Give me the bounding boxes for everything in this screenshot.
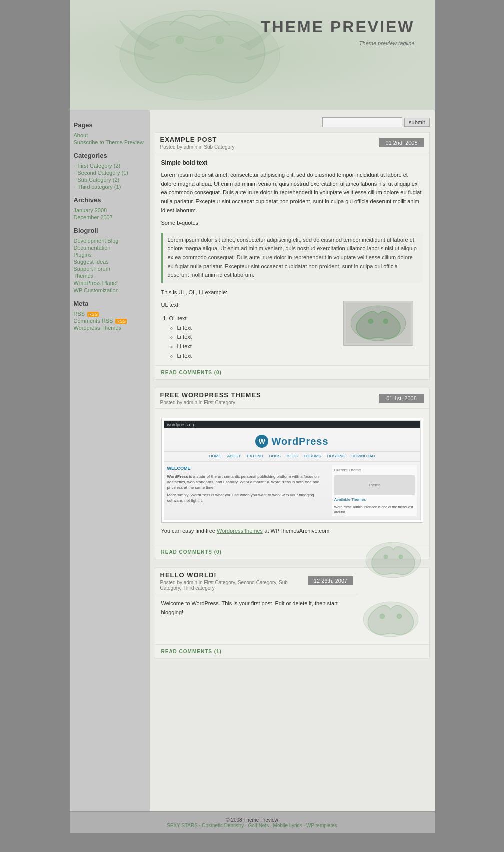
footer-link-golf[interactable]: Golf Nets	[248, 823, 269, 828]
sidebar-item-about[interactable]: About	[74, 132, 146, 139]
footer: © 2008 Theme Preview SEXY STARS · Cosmet…	[70, 811, 435, 833]
footer-link-wp-templates[interactable]: WP templates	[306, 823, 337, 828]
wp-more-text: More simply, WordPress is what you use w…	[167, 492, 328, 503]
svg-point-9	[399, 555, 403, 559]
post-example-blockquote: Lorem ipsum dolor sit amet, consectetur …	[161, 233, 423, 283]
ul-label: UL text	[161, 301, 328, 310]
sidebar-item-sub-category[interactable]: Sub Category (2)	[74, 176, 146, 183]
post-free-wp-title: FREE WORDPRESS THEMES	[160, 391, 261, 399]
sidebar-item-suggest-ideas[interactable]: Suggest Ideas	[74, 258, 146, 265]
post-example-title: EXAMPLE POST	[160, 136, 235, 143]
wp-nav-forums: FORUMS	[304, 453, 321, 460]
sidebar: Pages About Subscribe to Theme Preview C…	[70, 110, 150, 811]
wp-top-bar: wordpress.org	[164, 421, 420, 428]
wp-admin-text: WordPress' admin interface is one of the…	[334, 505, 415, 515]
post-example-bquotes-label: Some b-quotes:	[161, 219, 423, 228]
wp-nav-about: ABOUT	[227, 453, 241, 460]
post-free-wp-title-area: FREE WORDPRESS THEMES Posted by admin in…	[160, 391, 261, 405]
sidebar-item-rss[interactable]: RSS RSS	[74, 310, 146, 317]
search-button[interactable]: submit	[404, 118, 429, 127]
wp-welcome-heading: WELCOME	[167, 465, 328, 472]
search-input[interactable]	[322, 117, 402, 127]
post-free-wp-meta: Posted by admin in First Category	[160, 400, 261, 405]
main-content: submit EXAMPLE POST Posted by admin in S…	[150, 110, 435, 811]
sidebar-item-devblog[interactable]: Development Blog	[74, 237, 146, 244]
sidebar-item-plugins[interactable]: Plugins	[74, 251, 146, 258]
wp-nav-hosting: HOSTING	[327, 453, 345, 460]
post-example-date: 01 2nd, 2008	[379, 138, 424, 147]
post-free-wp-body: wordpress.org W WordPress HOME ABOUT EXT…	[155, 409, 429, 545]
wp-theme-preview: Theme	[334, 475, 415, 495]
post-example-para1: Lorem ipsum dolor sit amet, consectetur …	[161, 171, 423, 215]
list-item: OL text	[169, 314, 328, 323]
sidebar-item-second-category[interactable]: Second Category (1)	[74, 169, 146, 176]
wp-side-col: Current Theme Theme Available Themes Wor…	[332, 465, 417, 517]
sidebar-pages-title: Pages	[74, 121, 146, 129]
post-hello-world: HELLO WORLD! Posted by admin in First Ca…	[155, 567, 430, 659]
post-example-meta: Posted by admin in Sub Category	[160, 144, 235, 150]
sidebar-item-wp-planet[interactable]: WordPress Planet	[74, 279, 146, 287]
footer-link-cosmetic[interactable]: Cosmetic Dentistry	[202, 823, 244, 828]
post-example-read-comments[interactable]: READ COMMENTS (0)	[155, 365, 429, 379]
post-free-wp: FREE WORDPRESS THEMES Posted by admin in…	[155, 388, 430, 559]
post-example-lists: UL text OL text Li text Li text Li text …	[161, 301, 423, 360]
search-bar: submit	[155, 114, 430, 132]
list-item: Li text	[177, 323, 328, 333]
post-example: EXAMPLE POST Posted by admin in Sub Cate…	[155, 132, 430, 380]
wp-logo-text: WordPress	[271, 433, 328, 449]
sidebar-item-jan2008[interactable]: January 2008	[74, 207, 146, 214]
post-hello-world-title-area: HELLO WORLD! Posted by admin in First Ca…	[160, 571, 308, 591]
footer-copyright: © 2008 Theme Preview	[75, 817, 430, 823]
sidebar-archives-title: Archives	[74, 196, 146, 204]
footer-link-mobile[interactable]: Mobile Lyrics	[273, 823, 302, 828]
svg-point-8	[384, 555, 388, 559]
svg-point-12	[397, 614, 402, 619]
svg-point-6	[383, 319, 388, 324]
wp-nav-home: HOME	[209, 453, 221, 460]
post-example-body: Simple bold text Lorem ipsum dolor sit a…	[155, 153, 429, 365]
post-example-dragon-img	[346, 303, 411, 343]
wp-welcome-text: WordPress is a state-of-the-art semantic…	[167, 474, 328, 491]
sidebar-item-first-category[interactable]: First Category (2)	[74, 162, 146, 169]
footer-link-sexy-stars[interactable]: SEXY STARS	[167, 823, 198, 828]
sidebar-item-support-forum[interactable]: Support Forum	[74, 265, 146, 272]
post-hello-world-body: Welcome to WordPress. This is your first…	[155, 594, 429, 644]
sidebar-item-subscribe[interactable]: Subscribe to Theme Preview	[74, 139, 146, 146]
post-hello-world-read-comments[interactable]: READ COMMENTS (1)	[155, 644, 429, 658]
list-item: Li text	[177, 351, 328, 361]
svg-point-11	[380, 614, 385, 619]
post-example-title-area: EXAMPLE POST Posted by admin in Sub Cate…	[160, 136, 235, 150]
post-example-ol: OL text Li text Li text Li text Li text	[161, 314, 328, 360]
post-example-subtitle: Simple bold text	[161, 158, 423, 168]
sidebar-item-documentation[interactable]: Documentation	[74, 244, 146, 251]
post-example-ul: Li text Li text Li text Li text	[169, 323, 328, 361]
wp-themes-link[interactable]: Wordpress themes	[217, 528, 263, 534]
wp-activate-link: Available Themes	[334, 497, 415, 503]
wp-logo-circle: W	[255, 435, 268, 448]
post-example-header: EXAMPLE POST Posted by admin in Sub Cate…	[155, 133, 429, 153]
wp-screenshot: wordpress.org W WordPress HOME ABOUT EXT…	[161, 418, 423, 523]
sidebar-item-themes[interactable]: Themes	[74, 272, 146, 279]
sidebar-item-dec2007[interactable]: December 2007	[74, 214, 146, 221]
sidebar-item-comments-rss[interactable]: Comments RSS RSS	[74, 317, 146, 324]
wp-nav-download: DOWNLOAD	[351, 453, 375, 460]
wp-nav-extend: EXTEND	[247, 453, 263, 460]
post-hello-world-meta: Posted by admin in First Category, Secon…	[160, 580, 308, 591]
sidebar-meta-title: Meta	[74, 300, 146, 307]
header: THEME PREVIEW Theme preview tagline	[70, 0, 435, 110]
svg-point-1	[176, 36, 184, 44]
wp-topbar-text: wordpress.org	[167, 421, 196, 428]
svg-point-2	[216, 36, 224, 44]
post-hello-world-header: HELLO WORLD! Posted by admin in First Ca…	[155, 568, 358, 594]
sidebar-item-third-category[interactable]: Third category (1)	[74, 183, 146, 190]
outer-wrapper: THEME PREVIEW Theme preview tagline Page…	[70, 0, 435, 833]
sidebar-item-wp-customization[interactable]: WP Customization	[74, 287, 146, 294]
list-item: Li text	[177, 342, 328, 351]
post2-dragon-svg	[363, 540, 423, 580]
header-decoration	[70, 0, 435, 110]
post-free-wp-para1: You can easy find free Wordpress themes …	[161, 527, 423, 536]
sidebar-item-wp-themes[interactable]: Wordpress Themes	[74, 324, 146, 331]
wp-nav-blog: BLOG	[287, 453, 298, 460]
wp-nav: HOME ABOUT EXTEND DOCS BLOG FORUMS HOSTI…	[164, 451, 420, 462]
sidebar-categories-title: Categories	[74, 152, 146, 159]
